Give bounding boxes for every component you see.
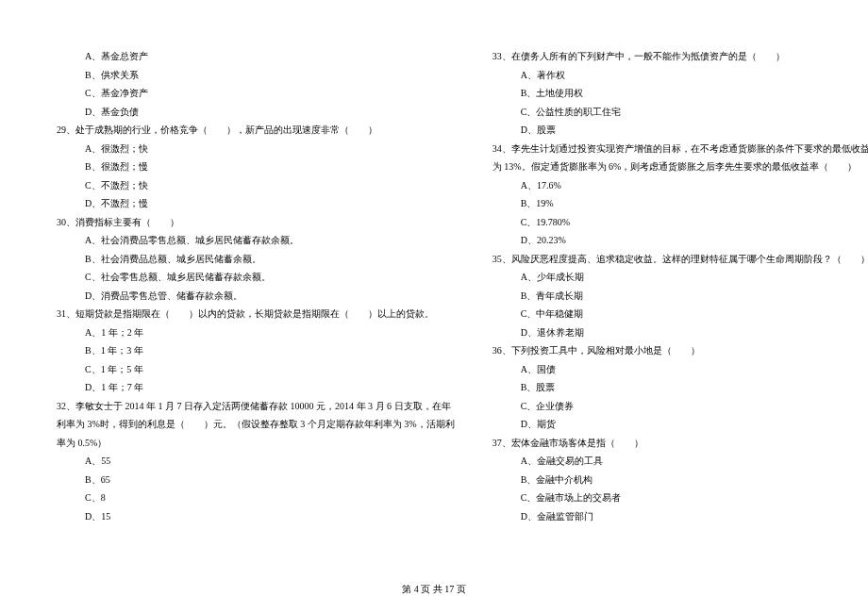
question-32-line2: 利率为 3%时，得到的利息是（ ）元。（假设整存整取 3 个月定期存款年利率为 … (47, 415, 455, 434)
option: C、8 (47, 489, 455, 507)
option: A、国债 (483, 360, 868, 379)
two-column-layout: A、基金总资产 B、供求关系 C、基金净资产 D、基金负债 29、处于成熟期的行… (47, 47, 821, 575)
option: A、著作权 (483, 66, 868, 85)
option: A、少年成长期 (483, 268, 868, 287)
option: D、退休养老期 (483, 323, 868, 342)
right-column: 33、在债务人所有的下列财产中，一般不能作为抵债资产的是（ ） A、著作权 B、… (483, 47, 868, 575)
option: C、中年稳健期 (483, 305, 868, 323)
question-33: 33、在债务人所有的下列财产中，一般不能作为抵债资产的是（ ） (483, 47, 868, 66)
option: A、55 (47, 452, 455, 471)
option: C、不激烈；快 (47, 176, 455, 195)
option: C、企业债券 (483, 397, 868, 416)
option: D、股票 (483, 121, 868, 140)
option: B、19% (483, 194, 868, 213)
option: B、金融中介机构 (483, 471, 868, 489)
question-35: 35、风险厌恶程度提高、追求稳定收益。这样的理财特征属于哪个生命周期阶段？（ ） (483, 250, 868, 269)
question-36: 36、下列投资工具中，风险相对最小地是（ ） (483, 341, 868, 360)
option: B、1 年；3 年 (47, 341, 455, 360)
question-37: 37、宏体金融市场客体是指（ ） (483, 434, 868, 453)
question-31: 31、短期贷款是指期限在（ ）以内的贷款，长期贷款是指期限在（ ）以上的贷款。 (47, 305, 455, 323)
left-column: A、基金总资产 B、供求关系 C、基金净资产 D、基金负债 29、处于成熟期的行… (47, 47, 455, 575)
option: B、社会消费品总额、城乡居民储蓄余额。 (47, 250, 455, 269)
question-32-line3: 率为 0.5%） (47, 434, 455, 453)
question-34-line2: 为 13%。假定通货膨胀率为 6%，则考虑通货膨胀之后李先生要求的最低收益率（ … (483, 157, 868, 176)
option: C、基金净资产 (47, 84, 455, 103)
option: C、公益性质的职工住宅 (483, 103, 868, 122)
option: C、19.780% (483, 213, 868, 232)
option: D、期货 (483, 415, 868, 434)
question-32-line1: 32、李敏女士于 2014 年 1 月 7 日存入定活两便储蓄存款 10000 … (47, 397, 455, 416)
question-30: 30、消费指标主要有（ ） (47, 213, 455, 232)
page-footer: 第 4 页 共 17 页 (0, 583, 868, 596)
option: D、金融监管部门 (483, 507, 868, 526)
option: D、20.23% (483, 231, 868, 250)
question-29: 29、处于成熟期的行业，价格竞争（ ），新产品的出现速度非常（ ） (47, 121, 455, 140)
option: A、社会消费品零售总额、城乡居民储蓄存款余额。 (47, 231, 455, 250)
option: A、金融交易的工具 (483, 452, 868, 471)
option: B、青年成长期 (483, 287, 868, 306)
option: A、基金总资产 (47, 47, 455, 66)
option: A、1 年；2 年 (47, 323, 455, 342)
question-34-line1: 34、李先生计划通过投资实现资产增值的目标，在不考虑通货膨胀的条件下要求的最低收… (483, 140, 868, 158)
option: A、17.6% (483, 176, 868, 195)
option: B、65 (47, 471, 455, 489)
option: A、很激烈；快 (47, 140, 455, 158)
option: D、15 (47, 507, 455, 526)
option: C、1 年；5 年 (47, 360, 455, 379)
option: B、土地使用权 (483, 84, 868, 103)
option: C、金融市场上的交易者 (483, 489, 868, 507)
option: B、股票 (483, 378, 868, 397)
option: B、供求关系 (47, 66, 455, 85)
option: B、很激烈；慢 (47, 157, 455, 176)
option: C、社会零售总额、城乡居民储蓄存款余额。 (47, 268, 455, 287)
option: D、基金负债 (47, 103, 455, 122)
option: D、消费品零售总管、储蓄存款余额。 (47, 287, 455, 306)
option: D、1 年；7 年 (47, 378, 455, 397)
option: D、不激烈；慢 (47, 194, 455, 213)
